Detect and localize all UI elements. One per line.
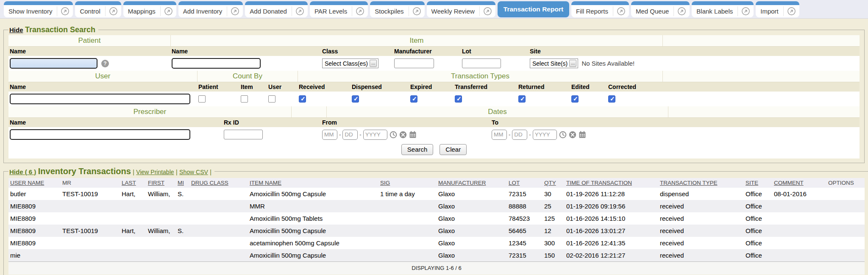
user-countby-types-input-row xyxy=(8,92,860,106)
help-icon[interactable] xyxy=(101,60,109,67)
col-first[interactable]: FIRST xyxy=(146,178,176,188)
item-name-input[interactable] xyxy=(172,58,261,69)
tab-label: Control xyxy=(75,5,105,17)
countby-user-checkbox[interactable] xyxy=(268,95,275,103)
type-corrected-label: Corrected xyxy=(607,83,636,90)
tab-show-inventory[interactable]: Show Inventory xyxy=(4,1,73,17)
from-day-input[interactable] xyxy=(342,130,358,140)
tab-transaction-report[interactable]: Transaction Report xyxy=(498,1,569,17)
time-now-icon[interactable] xyxy=(559,131,567,139)
tab-add-inventory[interactable]: Add Inventory xyxy=(178,1,243,17)
time-now-icon[interactable] xyxy=(389,131,397,139)
open-in-new-window-icon[interactable] xyxy=(57,5,73,17)
clear-button[interactable]: Clear xyxy=(440,144,467,155)
cell-drug-class xyxy=(189,237,248,249)
col-last[interactable]: LAST xyxy=(120,178,146,188)
cell-drug-class xyxy=(189,225,248,237)
tab-label: Stockpiles xyxy=(370,5,408,17)
tab-stockpiles[interactable]: Stockpiles xyxy=(370,1,424,17)
ellipsis-button[interactable]: ... xyxy=(569,60,576,67)
type-corrected-checkbox[interactable] xyxy=(608,95,615,103)
tab-weekly-review[interactable]: Weekly Review xyxy=(427,1,495,17)
legend-pipe: | xyxy=(176,169,178,175)
cell-site: Office xyxy=(744,200,772,212)
user-name-input[interactable] xyxy=(10,94,190,104)
open-in-new-window-icon[interactable] xyxy=(409,5,425,17)
open-in-new-window-icon[interactable] xyxy=(613,5,629,17)
tab-par-levels[interactable]: PAR Levels xyxy=(310,1,368,17)
view-printable-link[interactable]: View Printable xyxy=(136,169,174,175)
tab-label: Med Queue xyxy=(631,5,673,17)
open-in-new-window-icon[interactable] xyxy=(292,5,308,17)
col-transaction-type[interactable]: TRANSACTION TYPE xyxy=(658,178,744,188)
hide-results-link[interactable]: Hide ( 6 ) xyxy=(9,168,36,175)
clear-date-icon[interactable] xyxy=(569,131,576,139)
to-day-input[interactable] xyxy=(512,130,527,140)
table-row: MIE8809acetaminophen 500mg CapsuleGlaxo1… xyxy=(8,237,865,249)
tab-med-queue[interactable]: Med Queue xyxy=(631,1,690,17)
col-item-name[interactable]: ITEM NAME xyxy=(248,178,378,188)
type-received-checkbox[interactable] xyxy=(299,95,306,103)
lot-input[interactable] xyxy=(462,58,501,68)
tab-fill-reports[interactable]: Fill Reports xyxy=(571,1,629,17)
open-in-new-window-icon[interactable] xyxy=(480,5,495,17)
tab-accent-bar xyxy=(631,1,690,5)
type-expired-label: Expired xyxy=(409,83,432,90)
prescriber-name-input[interactable] xyxy=(10,129,190,140)
countby-patient-checkbox[interactable] xyxy=(198,95,206,103)
col-mi[interactable]: MI xyxy=(176,178,189,188)
type-returned-checkbox[interactable] xyxy=(518,95,526,103)
open-in-new-window-icon[interactable] xyxy=(674,5,690,17)
col-user-name[interactable]: USER NAME xyxy=(8,178,61,188)
show-csv-link[interactable]: Show CSV xyxy=(179,169,208,175)
countby-item-checkbox[interactable] xyxy=(241,95,248,103)
to-year-input[interactable] xyxy=(533,130,557,140)
calendar-icon[interactable] xyxy=(409,131,417,139)
col-time-of-transaction[interactable]: TIME OF TRANSACTION xyxy=(565,178,658,188)
calendar-icon[interactable] xyxy=(579,131,586,139)
select-sites-button[interactable]: Select Site(s)... xyxy=(530,58,578,68)
tab-add-donated[interactable]: Add Donated xyxy=(245,1,308,17)
open-in-new-window-icon[interactable] xyxy=(352,5,368,17)
prescriber-section-header: Prescriber xyxy=(134,108,166,116)
rx-id-input[interactable] xyxy=(224,130,263,139)
date-separator: - xyxy=(529,131,531,138)
ellipsis-button[interactable]: ... xyxy=(370,60,377,67)
cell-drug-class xyxy=(189,249,248,262)
col-site[interactable]: SITE xyxy=(744,178,772,188)
patient-name-input[interactable] xyxy=(10,58,97,69)
open-in-new-window-icon[interactable] xyxy=(738,5,754,17)
col-drug-class[interactable]: DRUG CLASS xyxy=(189,178,248,188)
col-qty[interactable]: QTY xyxy=(542,178,565,188)
tab-label: Transaction Report xyxy=(498,6,569,13)
col-lot[interactable]: LOT xyxy=(507,178,542,188)
search-button[interactable]: Search xyxy=(401,144,434,155)
to-month-input[interactable] xyxy=(492,130,507,140)
tab-import[interactable]: Import xyxy=(756,1,799,17)
open-in-new-window-icon[interactable] xyxy=(161,5,176,17)
type-edited-checkbox[interactable] xyxy=(571,95,579,103)
col-manufacturer[interactable]: MANUFACTURER xyxy=(437,178,507,188)
legend-pipe: | xyxy=(133,169,134,175)
tab-control[interactable]: Control xyxy=(75,1,121,17)
open-in-new-window-icon[interactable] xyxy=(106,5,121,17)
type-dispensed-checkbox[interactable] xyxy=(352,95,359,103)
type-expired-checkbox[interactable] xyxy=(410,95,417,103)
col-sig[interactable]: SIG xyxy=(378,178,437,188)
clear-date-icon[interactable] xyxy=(399,131,407,139)
open-in-new-window-icon[interactable] xyxy=(784,5,799,17)
select-classes-button[interactable]: Select Class(es)... xyxy=(322,58,378,68)
manufacturer-input[interactable] xyxy=(394,58,434,68)
tab-mappings[interactable]: Mappings xyxy=(123,1,176,17)
date-separator: - xyxy=(509,131,510,138)
hide-search-link[interactable]: Hide xyxy=(9,26,23,33)
col-mr: MR xyxy=(61,178,120,188)
cell-item-name: MMR xyxy=(248,200,378,212)
from-month-input[interactable] xyxy=(322,130,337,140)
tab-blank-labels[interactable]: Blank Labels xyxy=(692,1,754,17)
open-in-new-window-icon[interactable] xyxy=(227,5,243,17)
col-comment[interactable]: COMMENT xyxy=(772,178,826,188)
cell-type: received xyxy=(658,200,744,212)
type-transferred-checkbox[interactable] xyxy=(455,95,462,103)
from-year-input[interactable] xyxy=(363,130,387,140)
